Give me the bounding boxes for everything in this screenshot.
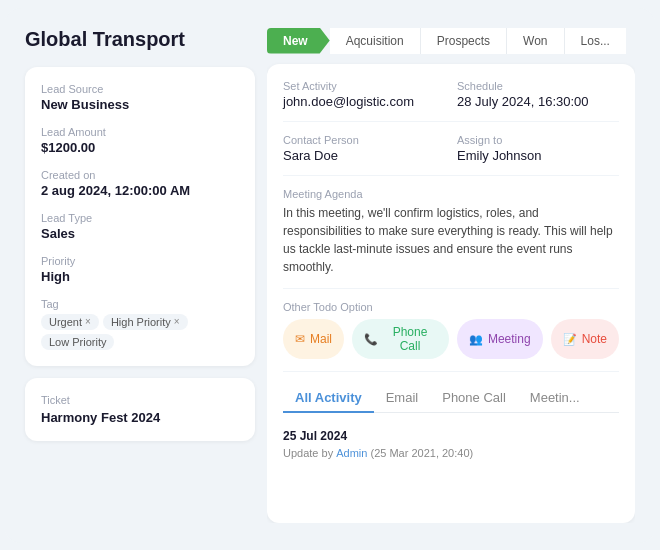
lead-type-field: Lead Type Sales [41,212,239,241]
divider-2 [283,175,619,176]
activity-tab-email[interactable]: Email [374,384,431,413]
activity-tabs: All Activity Email Phone Call Meetin... [283,384,619,413]
created-on-label: Created on [41,169,239,181]
tag-label: Tag [41,298,239,310]
todo-phone-button[interactable]: Phone Call [352,319,449,359]
pipeline-tab-acquisition[interactable]: Aqcuisition [330,28,421,54]
meeting-agenda-section: Meeting Agenda In this meeting, we'll co… [283,188,619,276]
right-panel: New Aqcuisition Prospects Won Los... Set… [267,28,635,523]
contact-person-field: Contact Person Sara Doe [283,134,445,163]
ticket-value: Harmony Fest 2024 [41,410,239,425]
lead-source-field: Lead Source New Business [41,83,239,112]
assign-to-label: Assign to [457,134,619,146]
todo-note-button[interactable]: Note [551,319,619,359]
contact-assign-grid: Contact Person Sara Doe Assign to Emily … [283,134,619,163]
log-entry-text: Update by [283,447,333,459]
lead-source-label: Lead Source [41,83,239,95]
info-card: Lead Source New Business Lead Amount $12… [25,67,255,366]
created-on-value: 2 aug 2024, 12:00:00 AM [41,183,239,198]
pipeline-tab-won[interactable]: Won [507,28,564,54]
mail-icon [295,332,305,346]
pipeline-tabs: New Aqcuisition Prospects Won Los... [267,28,635,54]
log-author-link[interactable]: Admin [336,447,367,459]
log-timestamp: (25 Mar 2021, 20:40) [370,447,473,459]
todo-mail-button[interactable]: Mail [283,319,344,359]
assign-to-field: Assign to Emily Johnson [457,134,619,163]
set-activity-field: Set Activity john.doe@logistic.com [283,80,445,109]
remove-high-priority-icon[interactable]: × [174,316,180,327]
todo-meeting-button[interactable]: Meeting [457,319,543,359]
phone-icon [364,332,378,346]
remove-urgent-icon[interactable]: × [85,316,91,327]
activity-log: 25 Jul 2024 Update by Admin (25 Mar 2021… [283,425,619,459]
lead-type-label: Lead Type [41,212,239,224]
tag-low-priority: Low Priority [41,334,114,350]
detail-card: Set Activity john.doe@logistic.com Sched… [267,64,635,523]
tag-high-priority[interactable]: High Priority × [103,314,188,330]
log-entry: Update by Admin (25 Mar 2021, 20:40) [283,447,619,459]
contact-person-value: Sara Doe [283,148,445,163]
schedule-value: 28 July 2024, 16:30:00 [457,94,619,109]
app-container: Global Transport Lead Source New Busines… [5,8,655,543]
activity-schedule-grid: Set Activity john.doe@logistic.com Sched… [283,80,619,109]
ticket-card: Ticket Harmony Fest 2024 [25,378,255,441]
ticket-label: Ticket [41,394,239,406]
activity-tab-meeting[interactable]: Meetin... [518,384,592,413]
contact-person-label: Contact Person [283,134,445,146]
priority-label: Priority [41,255,239,267]
todo-label: Other Todo Option [283,301,619,313]
meeting-icon [469,332,483,346]
note-icon [563,332,577,346]
divider-1 [283,121,619,122]
pipeline-tab-lost[interactable]: Los... [565,28,626,54]
tag-urgent[interactable]: Urgent × [41,314,99,330]
log-date: 25 Jul 2024 [283,429,619,443]
activity-tab-phone-call[interactable]: Phone Call [430,384,518,413]
lead-amount-field: Lead Amount $1200.00 [41,126,239,155]
tag-field: Tag Urgent × High Priority × Low Priorit… [41,298,239,350]
page-title: Global Transport [25,28,255,51]
pipeline-tab-new[interactable]: New [267,28,330,54]
divider-3 [283,288,619,289]
set-activity-label: Set Activity [283,80,445,92]
meeting-agenda-text: In this meeting, we'll confirm logistics… [283,204,619,276]
todo-section: Other Todo Option Mail Phone Call Meetin… [283,301,619,359]
schedule-label: Schedule [457,80,619,92]
todo-buttons: Mail Phone Call Meeting Note [283,319,619,359]
priority-field: Priority High [41,255,239,284]
left-panel: Global Transport Lead Source New Busines… [25,28,255,523]
meeting-agenda-label: Meeting Agenda [283,188,619,200]
priority-value: High [41,269,239,284]
lead-amount-value: $1200.00 [41,140,239,155]
divider-4 [283,371,619,372]
pipeline-tab-prospects[interactable]: Prospects [421,28,507,54]
schedule-field: Schedule 28 July 2024, 16:30:00 [457,80,619,109]
lead-amount-label: Lead Amount [41,126,239,138]
tag-row: Urgent × High Priority × Low Priority [41,314,239,350]
set-activity-value: john.doe@logistic.com [283,94,445,109]
lead-source-value: New Business [41,97,239,112]
lead-type-value: Sales [41,226,239,241]
created-on-field: Created on 2 aug 2024, 12:00:00 AM [41,169,239,198]
activity-tab-all[interactable]: All Activity [283,384,374,413]
assign-to-value: Emily Johnson [457,148,619,163]
